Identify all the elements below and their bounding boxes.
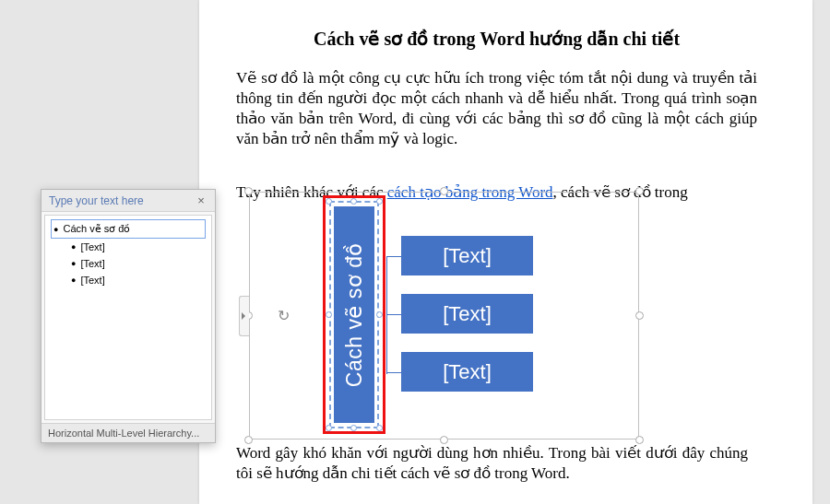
bullet-icon: ● bbox=[71, 259, 76, 268]
text-pane-item-child[interactable]: ● [Text] bbox=[51, 239, 206, 255]
resize-handle-tr[interactable] bbox=[635, 187, 644, 195]
smartart-container[interactable]: ↻ Cách vẽ sơ đồ [Text] [Text] [Text] bbox=[249, 192, 639, 440]
resize-handle-mr[interactable] bbox=[635, 311, 644, 320]
shape-handle[interactable] bbox=[326, 198, 332, 205]
resize-handle-br[interactable] bbox=[635, 436, 644, 444]
resize-handle-bm[interactable] bbox=[440, 436, 448, 444]
close-icon[interactable]: × bbox=[195, 193, 208, 207]
smartart-child-node-1[interactable]: [Text] bbox=[401, 236, 533, 275]
text-pane-header[interactable]: Type your text here × bbox=[42, 190, 215, 212]
text-pane-item-label: [Text] bbox=[80, 275, 104, 286]
text-pane-item-child[interactable]: ● [Text] bbox=[51, 272, 206, 288]
smartart-child-node-2[interactable]: [Text] bbox=[401, 294, 533, 334]
bullet-icon: ● bbox=[71, 242, 76, 252]
paragraph-3: Word gây khó khăn với người dùng hơn nhi… bbox=[236, 443, 748, 484]
smartart-main-node[interactable]: Cách vẽ sơ đồ bbox=[334, 206, 374, 423]
shape-handle[interactable] bbox=[326, 311, 332, 318]
smartart-main-text: Cách vẽ sơ đồ bbox=[342, 242, 367, 387]
shape-handle[interactable] bbox=[350, 198, 357, 205]
text-pane-item-label: Cách vẽ sơ đồ bbox=[63, 223, 130, 235]
smartart-text-pane[interactable]: Type your text here × ● Cách vẽ sơ đồ ● … bbox=[41, 189, 216, 443]
connector-2 bbox=[386, 314, 401, 315]
bullet-icon: ● bbox=[71, 275, 76, 285]
connector-3 bbox=[386, 372, 401, 373]
smartart-child-node-3[interactable]: [Text] bbox=[401, 352, 533, 392]
shape-handle[interactable] bbox=[326, 425, 332, 431]
text-pane-footer: Horizontal Multi-Level Hierarchy... bbox=[42, 423, 215, 442]
rotate-handle-icon[interactable]: ↻ bbox=[273, 306, 293, 326]
text-pane-item-main[interactable]: ● Cách vẽ sơ đồ bbox=[51, 219, 206, 239]
resize-handle-bl[interactable] bbox=[244, 436, 253, 444]
text-pane-title: Type your text here bbox=[49, 194, 144, 207]
text-pane-item-child[interactable]: ● [Text] bbox=[51, 255, 206, 272]
text-pane-item-label: [Text] bbox=[80, 241, 104, 252]
shape-handle[interactable] bbox=[376, 311, 383, 318]
resize-handle-tm[interactable] bbox=[440, 187, 448, 195]
shape-handle[interactable] bbox=[350, 425, 357, 431]
resize-handle-tl[interactable] bbox=[244, 187, 253, 195]
text-pane-toggle[interactable] bbox=[239, 296, 249, 336]
shape-handle[interactable] bbox=[376, 198, 383, 205]
text-pane-item-label: [Text] bbox=[80, 258, 104, 269]
shape-handle[interactable] bbox=[376, 425, 383, 431]
bullet-icon: ● bbox=[53, 225, 58, 234]
connector-vertical bbox=[386, 256, 387, 374]
page-title: Cách vẽ sơ đồ trong Word hướng dẫn chi t… bbox=[236, 28, 757, 50]
paragraph-1: Vẽ sơ đồ là một công cụ cực hữu ích tron… bbox=[236, 68, 757, 149]
highlight-box: Cách vẽ sơ đồ bbox=[323, 195, 385, 434]
text-pane-body[interactable]: ● Cách vẽ sơ đồ ● [Text] ● [Text] ● [Tex… bbox=[44, 215, 212, 420]
connector-1 bbox=[386, 256, 401, 257]
